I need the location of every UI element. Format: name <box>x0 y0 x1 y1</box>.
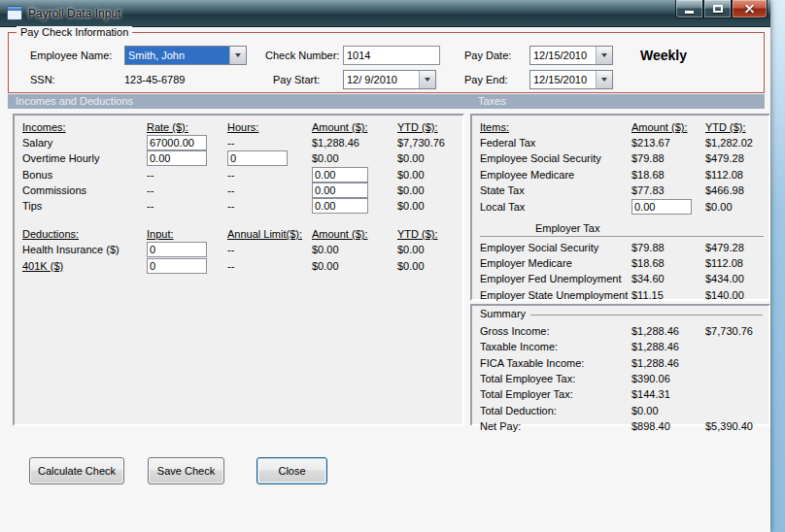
local-tax-input[interactable] <box>631 199 692 215</box>
summary-label: Total Employer Tax: <box>480 388 631 400</box>
calculate-check-button[interactable]: Calculate Check <box>29 457 124 484</box>
app-icon <box>7 6 22 20</box>
employee-name-value: Smith, John <box>125 47 229 64</box>
bonus-ytd: $0.00 <box>397 169 461 181</box>
pay-date-label: Pay Date: <box>464 50 511 61</box>
salary-ytd: $7,730.76 <box>397 137 461 149</box>
employer-medicare-row: Employer Medicare $18.68 $112.08 <box>480 255 767 271</box>
tax-amount: $18.68 <box>631 169 705 181</box>
bonus-amount-input[interactable] <box>312 167 368 183</box>
overtime-label: Overtime Hourly <box>22 152 147 164</box>
tax-label: Employer Social Security <box>480 242 631 253</box>
pay-date-value: 12/15/2010 <box>530 47 596 64</box>
bonus-row: Bonus -- -- $0.00 <box>22 167 461 183</box>
state-tax-row: State Tax $77.83 $466.98 <box>480 183 767 198</box>
amount-col-header: Amount ($): <box>312 121 397 133</box>
pay-date-dropdown-icon[interactable] <box>596 47 612 64</box>
tax-amount: $77.83 <box>631 184 705 196</box>
employee-medicare-row: Employee Medicare $18.68 $112.08 <box>480 167 767 183</box>
paycheck-info-group: Pay Check Information Employee Name: Smi… <box>8 32 765 93</box>
gross-income-row: Gross Income: $1,288.46 $7,730.76 <box>480 323 765 339</box>
health-insurance-label: Health Insurance ($) <box>22 244 147 255</box>
deductions-header-row: Deductions: Input: Annual Limit($): Amou… <box>22 226 461 242</box>
summary-label: Taxable Income: <box>480 341 631 352</box>
close-icon <box>744 4 755 15</box>
summary-label: FICA Taxable Income: <box>480 357 631 369</box>
employee-name-dropdown-icon[interactable] <box>229 47 246 64</box>
pay-start-picker[interactable]: 12/ 9/2010 <box>343 70 436 89</box>
401k-label: 401K ($) <box>22 260 147 272</box>
bonus-rate: -- <box>147 169 227 181</box>
annual-limit-col-header: Annual Limit($): <box>227 228 312 240</box>
summary-group-line <box>530 315 763 316</box>
tips-amount-input[interactable] <box>312 198 368 214</box>
summary-group-label: Summary <box>480 308 526 319</box>
incomes-deductions-panel: Incomes: Rate ($): Hours: Amount ($): YT… <box>13 114 464 426</box>
save-check-button[interactable]: Save Check <box>148 457 224 484</box>
overtime-ytd: $0.00 <box>397 152 461 164</box>
ded-ytd-col-header: YTD ($): <box>397 228 461 240</box>
summary-panel: Summary Gross Income: $1,288.46 $7,730.7… <box>470 304 770 426</box>
local-tax-row: Local Tax $0.00 <box>480 198 767 216</box>
local-tax-ytd: $0.00 <box>705 201 767 213</box>
pay-end-dropdown-icon[interactable] <box>596 71 612 88</box>
salary-row: Salary -- $1,288.46 $7,730.76 <box>22 135 461 150</box>
overtime-hours-input[interactable] <box>227 150 288 166</box>
taxes-panel: Items: Amount ($): YTD ($): Federal Tax … <box>470 114 770 301</box>
tax-amount: $18.68 <box>631 257 705 269</box>
maximize-button[interactable] <box>703 0 732 18</box>
health-insurance-input[interactable] <box>147 242 207 257</box>
summary-ytd: $7,730.76 <box>705 325 765 337</box>
commissions-amount-input[interactable] <box>312 183 368 198</box>
incomes-section-header: Incomes and Deductions <box>16 95 133 107</box>
window-title: Payroll Data Input <box>28 7 120 20</box>
salary-rate-input[interactable] <box>147 135 207 150</box>
employee-ss-row: Employee Social Security $79.88 $479.28 <box>480 150 767 166</box>
tax-ytd: $1,282.02 <box>705 137 767 149</box>
summary-legend-row: Summary <box>480 308 765 323</box>
total-employee-tax-row: Total Employee Tax: $390.06 <box>480 371 765 386</box>
tax-ytd: $466.98 <box>705 184 767 196</box>
401k-amount: $0.00 <box>312 260 397 272</box>
tax-ytd-col-header: YTD ($): <box>705 121 767 133</box>
overtime-amount: $0.00 <box>312 152 397 164</box>
summary-amount: $1,288.46 <box>631 357 705 369</box>
ytd-col-header: YTD ($): <box>397 121 461 133</box>
employee-name-label: Employee Name: <box>30 50 112 61</box>
tips-ytd: $0.00 <box>397 200 461 212</box>
form-client-area: Pay Check Information Employee Name: Smi… <box>0 27 770 532</box>
pay-end-value: 12/15/2010 <box>530 71 596 88</box>
close-window-button[interactable] <box>732 0 768 18</box>
pay-start-dropdown-icon[interactable] <box>419 71 435 88</box>
commissions-ytd: $0.00 <box>397 184 461 196</box>
tax-ytd: $140.00 <box>705 289 767 301</box>
summary-label: Net Pay: <box>480 420 631 432</box>
tax-ytd: $479.28 <box>705 242 767 253</box>
tax-amount-col-header: Amount ($): <box>631 121 705 133</box>
spacer <box>480 216 767 221</box>
health-insurance-amount: $0.00 <box>312 244 397 255</box>
tax-amount: $213.67 <box>631 137 705 149</box>
rate-col-header: Rate ($): <box>147 121 227 133</box>
tax-amount: $11.15 <box>631 289 705 301</box>
salary-amount: $1,288.46 <box>312 137 397 149</box>
taxes-header-row: Items: Amount ($): YTD ($): <box>480 119 767 135</box>
employer-tax-divider <box>480 236 764 237</box>
incomes-col-header: Incomes: <box>22 121 147 133</box>
screen: Payroll Data Input Pay Check Information… <box>0 0 785 532</box>
close-button[interactable]: Close <box>256 457 327 484</box>
health-insurance-limit: -- <box>227 244 312 255</box>
summary-label: Total Deduction: <box>480 405 631 416</box>
summary-amount: $898.40 <box>631 420 705 432</box>
caption-buttons <box>675 0 768 18</box>
minimize-button[interactable] <box>675 0 703 18</box>
employee-name-combobox[interactable]: Smith, John <box>124 46 247 65</box>
overtime-rate-input[interactable] <box>147 150 207 166</box>
pay-end-picker[interactable]: 12/15/2010 <box>529 70 613 89</box>
tips-label: Tips <box>22 200 147 212</box>
401k-input[interactable] <box>147 258 207 274</box>
tax-ytd: $112.08 <box>705 169 767 181</box>
tips-rate: -- <box>147 200 227 212</box>
check-number-input[interactable] <box>343 46 440 65</box>
pay-date-picker[interactable]: 12/15/2010 <box>529 46 613 65</box>
